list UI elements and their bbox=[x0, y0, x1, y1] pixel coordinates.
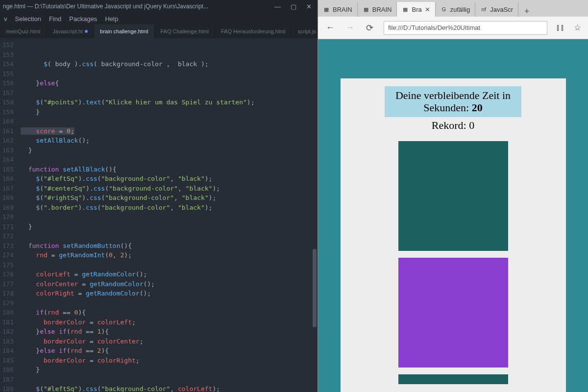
new-tab-button[interactable]: + bbox=[518, 6, 535, 17]
browser-tab-label: Bra bbox=[412, 6, 421, 13]
code-line[interactable]: $("#leftSq").css("background-color", "bl… bbox=[21, 174, 318, 184]
code-line[interactable]: borderColor = colorCenter; bbox=[21, 337, 318, 346]
timer-line2: Sekunden: 20 bbox=[395, 101, 511, 114]
code-line[interactable]: }else if(rnd == 1){ bbox=[21, 327, 318, 337]
code-line[interactable]: $("#points").text("Klicke hier um das Sp… bbox=[21, 98, 318, 107]
maximize-icon[interactable]: ▢ bbox=[291, 3, 296, 10]
code-line[interactable]: $("#centerSq").css("background-color", "… bbox=[21, 184, 318, 194]
browser-tab[interactable]: ▦BRAIN bbox=[318, 2, 358, 17]
editor-tab-bar: meinQuiz.htmlJavascript.htbrain challeng… bbox=[0, 24, 318, 38]
code-line[interactable] bbox=[21, 298, 318, 308]
code-line[interactable] bbox=[21, 375, 318, 385]
code-line[interactable]: if(rnd == 0){ bbox=[21, 308, 318, 318]
code-line[interactable]: borderColor = colorRight; bbox=[21, 356, 318, 366]
menu-item[interactable]: Find bbox=[49, 15, 61, 23]
browser-tab[interactable]: ▦BRAIN bbox=[358, 2, 397, 17]
game-page: Deine verbleibende Zeit in Sekunden: 20 … bbox=[341, 78, 566, 392]
record-label: Rekord: 0 bbox=[432, 119, 474, 132]
favicon-icon: ▦ bbox=[363, 6, 369, 13]
reading-view-icon[interactable]: ⫿⫿ bbox=[556, 23, 565, 33]
code-line[interactable]: } bbox=[21, 107, 318, 117]
editor-tab[interactable]: brain challenge.html bbox=[94, 24, 154, 38]
code-line[interactable]: $("#leftSq").css("background-color", col… bbox=[21, 384, 318, 392]
timer-line1: Deine verbleibende Zeit in bbox=[395, 89, 511, 101]
code-content[interactable]: $( body ).css( background-color , black … bbox=[17, 38, 318, 392]
game-square-top[interactable] bbox=[398, 141, 508, 251]
code-line[interactable]: setAllBlack(); bbox=[21, 136, 318, 146]
code-line[interactable]: colorLeft = getRandomColor(); bbox=[21, 270, 318, 279]
code-line[interactable]: }else{ bbox=[21, 78, 318, 88]
code-line[interactable] bbox=[21, 117, 318, 126]
code-line[interactable]: } bbox=[21, 222, 318, 232]
editor-tab[interactable]: Javascript.ht bbox=[47, 24, 94, 38]
atom-editor: nge.html — D:\Tutorials\Der Ultimative J… bbox=[0, 0, 318, 392]
menu-item[interactable]: v bbox=[4, 15, 7, 23]
code-line[interactable] bbox=[21, 88, 318, 98]
favicon-icon: G bbox=[441, 6, 447, 13]
edge-browser: ▦BRAIN▦BRAIN▦Bra✕GzufällignfJavaScr+ ← →… bbox=[318, 0, 588, 392]
favorite-icon[interactable]: ☆ bbox=[574, 23, 581, 33]
close-icon[interactable]: ✕ bbox=[306, 3, 312, 10]
browser-tab[interactable]: ▦Bra✕ bbox=[397, 2, 435, 17]
browser-tab-label: BRAIN bbox=[372, 6, 392, 13]
tab-close-icon[interactable]: ✕ bbox=[425, 6, 430, 13]
code-line[interactable]: colorRight = getRandomColor(); bbox=[21, 289, 318, 298]
url-input[interactable]: file:///D:/Tutorials/Der%20Ultimat bbox=[384, 21, 547, 35]
code-line[interactable] bbox=[21, 260, 318, 270]
code-line[interactable]: $(".border").css("background-color", "bl… bbox=[21, 203, 318, 213]
code-line[interactable]: $("#rightSq").css("background-color", "b… bbox=[21, 193, 318, 203]
menu-item[interactable]: Selection bbox=[15, 15, 41, 23]
code-line[interactable]: function setAllBlack(){ bbox=[21, 165, 318, 174]
menu-item[interactable]: Packages bbox=[69, 15, 97, 23]
code-line[interactable] bbox=[21, 231, 318, 241]
code-line[interactable]: borderColor = colorLeft; bbox=[21, 318, 318, 327]
minimize-icon[interactable]: — bbox=[274, 3, 281, 10]
code-line[interactable]: $( body ).css( background-color , black … bbox=[21, 59, 318, 69]
favicon-icon: ▦ bbox=[402, 6, 409, 13]
code-line[interactable]: }else if(rnd == 2){ bbox=[21, 346, 318, 356]
code-area[interactable]: 1521531541551561571581591601611621631641… bbox=[0, 38, 318, 392]
forward-icon[interactable]: → bbox=[344, 23, 355, 33]
browser-tab-bar: ▦BRAIN▦BRAIN▦Bra✕GzufällignfJavaScr+ bbox=[318, 0, 588, 17]
game-square-bottom[interactable] bbox=[398, 374, 508, 384]
menu-item[interactable]: Help bbox=[105, 15, 118, 23]
window-title: nge.html — D:\Tutorials\Der Ultimative J… bbox=[3, 3, 274, 10]
favicon-icon: ▦ bbox=[323, 6, 330, 13]
line-gutter: 1521531541551561571581591601611621631641… bbox=[0, 38, 17, 392]
code-line[interactable]: } bbox=[21, 365, 318, 375]
window-titlebar[interactable]: nge.html — D:\Tutorials\Der Ultimative J… bbox=[0, 0, 318, 13]
code-line[interactable]: score = 0; bbox=[21, 126, 318, 136]
game-square-middle[interactable] bbox=[398, 258, 508, 368]
menu-bar[interactable]: v Selection Find Packages Help bbox=[0, 13, 318, 24]
browser-tab-label: zufällig bbox=[450, 6, 470, 13]
favicon-icon: nf bbox=[480, 6, 487, 13]
editor-tab[interactable]: FAQ Herausforderung.html bbox=[215, 24, 292, 38]
browser-viewport: Deine verbleibende Zeit in Sekunden: 20 … bbox=[318, 39, 588, 392]
code-line[interactable]: rnd = getRandomInt(0, 2); bbox=[21, 250, 318, 260]
code-line[interactable] bbox=[21, 155, 318, 165]
browser-tab[interactable]: nfJavaScr bbox=[475, 2, 518, 17]
browser-tab-label: BRAIN bbox=[333, 6, 352, 13]
code-line[interactable]: colorCenter = getRandomColor(); bbox=[21, 279, 318, 289]
code-line[interactable]: } bbox=[21, 146, 318, 155]
back-icon[interactable]: ← bbox=[325, 23, 336, 33]
editor-tab[interactable]: FAQ Challenge.html bbox=[155, 24, 215, 38]
browser-tab-label: JavaScr bbox=[490, 6, 513, 13]
code-line[interactable] bbox=[21, 212, 318, 222]
scrollbar-thumb[interactable] bbox=[313, 249, 317, 327]
editor-tab[interactable]: meinQuiz.html bbox=[0, 24, 47, 38]
code-line[interactable] bbox=[21, 69, 318, 79]
code-line[interactable]: function setRandomButton(){ bbox=[21, 241, 318, 251]
browser-tab[interactable]: Gzufällig bbox=[436, 2, 475, 17]
browser-toolbar: ← → ⟳ file:///D:/Tutorials/Der%20Ultimat… bbox=[318, 17, 588, 39]
timer-box: Deine verbleibende Zeit in Sekunden: 20 bbox=[385, 86, 521, 117]
refresh-icon[interactable]: ⟳ bbox=[364, 23, 375, 33]
modified-dot-icon bbox=[85, 30, 88, 33]
